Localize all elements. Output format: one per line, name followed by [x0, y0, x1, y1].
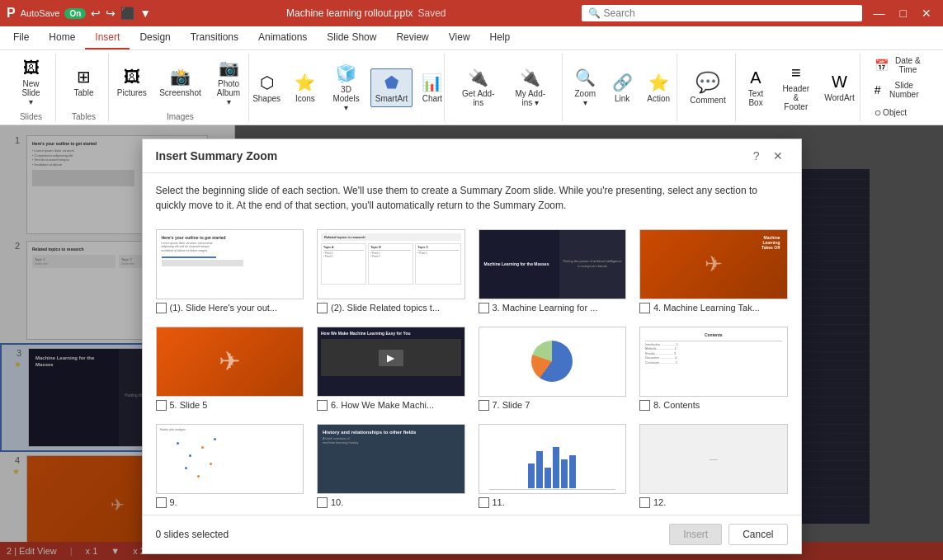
- my-addins-btn[interactable]: 🔌 My Add-ins ▾: [505, 64, 555, 111]
- search-container[interactable]: 🔍: [582, 5, 862, 21]
- window-controls: — □ ✕: [869, 5, 936, 21]
- grid-item-2: Related topics in research Topic A • Poi…: [317, 229, 465, 313]
- insert-btn[interactable]: Insert: [669, 524, 722, 545]
- chart-btn[interactable]: 📊 Chart: [416, 68, 449, 107]
- grid-item-label-3: 3. Machine Learning for ...: [479, 303, 627, 313]
- grid-checkbox-11[interactable]: [479, 497, 489, 508]
- autosave-toggle[interactable]: On: [64, 8, 86, 19]
- comment-icon: 💬: [695, 71, 720, 94]
- smartart-icon: ⬟: [384, 73, 398, 92]
- link-btn[interactable]: 🔗 Link: [606, 68, 639, 107]
- grid-item-label-12: 12.: [639, 497, 788, 508]
- grid-thumb-2: Related topics in research Topic A • Poi…: [317, 229, 465, 299]
- redo-btn[interactable]: ↪: [106, 7, 116, 20]
- smartart-btn[interactable]: ⬟ SmartArt: [370, 68, 413, 107]
- grid-item-label-6: 6. How We Make Machi...: [317, 400, 465, 411]
- present-btn[interactable]: ⬛: [120, 7, 134, 20]
- grid-checkbox-12[interactable]: [639, 497, 650, 508]
- header-footer-btn[interactable]: ≡ Header& Footer: [776, 59, 817, 115]
- icons-icon: ⭐: [295, 73, 315, 92]
- grid-label-5: 5. Slide 5: [170, 400, 208, 410]
- close-btn[interactable]: ✕: [917, 5, 936, 21]
- grid-checkbox-9[interactable]: [156, 497, 167, 508]
- shapes-btn[interactable]: ⬡ Shapes: [248, 68, 285, 107]
- grid-checkbox-7[interactable]: [479, 400, 489, 411]
- screenshot-btn[interactable]: 📸 Screenshot: [155, 63, 205, 101]
- screenshot-icon: 📸: [170, 67, 191, 87]
- action-btn[interactable]: ⭐ Action: [642, 68, 675, 107]
- slide-number-btn[interactable]: # Slide Number: [870, 78, 930, 101]
- modal-close-btn[interactable]: ✕: [768, 148, 788, 164]
- tab-slideshow[interactable]: Slide Show: [317, 26, 386, 49]
- grid-checkbox-3[interactable]: [479, 303, 489, 313]
- grid-thumb-3: Machine Learning for the Masses Putting …: [479, 229, 627, 299]
- zoom-icon: 🔍: [575, 68, 596, 87]
- icons-btn[interactable]: ⭐ Icons: [289, 68, 322, 107]
- comment-btn[interactable]: 💬 Comment: [684, 67, 731, 109]
- modal-grid-scroll[interactable]: Here's your outline to get started Lorem…: [143, 223, 801, 515]
- tab-help[interactable]: Help: [480, 26, 521, 49]
- tab-animations[interactable]: Animations: [248, 26, 317, 49]
- grid-item-label-8: 8. Contents: [639, 400, 788, 411]
- new-slide-btn[interactable]: 🖼 NewSlide ▾: [13, 54, 49, 111]
- ribbon-group-tables: ⊞ Table Tables: [59, 54, 109, 121]
- photo-album-icon: 📷: [219, 58, 239, 78]
- app-logo: P: [7, 6, 16, 21]
- undo-btn[interactable]: ↩: [91, 7, 101, 20]
- grid-item-10: History and relationships to other field…: [317, 424, 465, 508]
- ribbon-content: 🖼 NewSlide ▾ Slides ⊞ Table Tables 🖼 Pic…: [0, 50, 943, 125]
- modal-help-btn[interactable]: ?: [748, 148, 765, 164]
- ribbon-group-text: A TextBox ≡ Header& Footer W WordArt: [739, 54, 860, 121]
- photo-album-btn[interactable]: 📷 PhotoAlbum ▾: [209, 54, 248, 111]
- grid-label-12: 12.: [653, 497, 666, 507]
- object-btn[interactable]: ○ Object: [870, 103, 930, 121]
- grid-checkbox-5[interactable]: [156, 400, 167, 411]
- table-btn[interactable]: ⊞ Table: [68, 63, 101, 101]
- grid-label-7: 7. Slide 7: [493, 400, 530, 410]
- tab-design[interactable]: Design: [130, 26, 180, 49]
- new-slide-icon: 🖼: [23, 59, 40, 78]
- get-addins-btn[interactable]: 🔌 Get Add-ins: [455, 64, 502, 111]
- text-group-items: A TextBox ≡ Header& Footer W WordArt: [739, 54, 859, 121]
- grid-checkbox-6[interactable]: [317, 400, 328, 411]
- pictures-btn[interactable]: 🖼 Pictures: [112, 64, 152, 101]
- textbox-icon: A: [750, 68, 761, 87]
- tab-view[interactable]: View: [439, 26, 480, 49]
- header-footer-icon: ≡: [791, 64, 801, 82]
- wordart-btn[interactable]: W WordArt: [820, 68, 860, 106]
- grid-item-label-5: 5. Slide 5: [156, 400, 304, 411]
- tab-review[interactable]: Review: [386, 26, 438, 49]
- ribbon-group-slides: 🖼 NewSlide ▾ Slides: [7, 54, 56, 121]
- grid-label-11: 11.: [493, 497, 505, 507]
- grid-thumb-10: History and relationships to other field…: [317, 424, 465, 494]
- cancel-btn[interactable]: Cancel: [728, 524, 787, 545]
- maximize-btn[interactable]: □: [895, 5, 912, 21]
- tab-transitions[interactable]: Transitions: [181, 26, 248, 49]
- chart-icon: 📊: [422, 73, 442, 92]
- object-icon: ○: [875, 106, 881, 119]
- tab-file[interactable]: File: [3, 26, 39, 49]
- customize-btn[interactable]: ▼: [139, 7, 151, 20]
- grid-thumb-11: [479, 424, 627, 494]
- grid-item-7: 7. Slide 7: [479, 327, 627, 411]
- 3d-models-btn[interactable]: 🧊 3DModels ▾: [325, 59, 367, 116]
- grid-label-2: (2). Slide Related topics t...: [331, 303, 440, 313]
- textbox-btn[interactable]: A TextBox: [739, 64, 772, 111]
- grid-checkbox-1[interactable]: [156, 303, 167, 313]
- date-time-btn[interactable]: 📅 Date & Time: [870, 54, 930, 77]
- modal-description: Select the beginning slide of each secti…: [143, 173, 801, 223]
- search-input[interactable]: [604, 7, 856, 19]
- grid-thumb-4: ✈ Machine Learning Takes Off: [639, 229, 788, 299]
- minimize-btn[interactable]: —: [869, 5, 890, 21]
- zoom-btn[interactable]: 🔍 Zoom ▾: [568, 64, 602, 111]
- grid-checkbox-2[interactable]: [317, 303, 328, 313]
- grid-checkbox-10[interactable]: [317, 497, 328, 508]
- modal-title: Insert Summary Zoom: [156, 149, 278, 162]
- insert-summary-zoom-modal: Insert Summary Zoom ? ✕ Select the begin…: [142, 139, 802, 554]
- tab-insert[interactable]: Insert: [85, 26, 130, 49]
- modal-footer: 0 slides selected Insert Cancel: [143, 515, 801, 553]
- grid-item-label-4: 4. Machine Learning Tak...: [639, 303, 788, 313]
- tab-home[interactable]: Home: [39, 26, 85, 49]
- grid-checkbox-8[interactable]: [639, 400, 650, 411]
- grid-checkbox-4[interactable]: [639, 303, 650, 313]
